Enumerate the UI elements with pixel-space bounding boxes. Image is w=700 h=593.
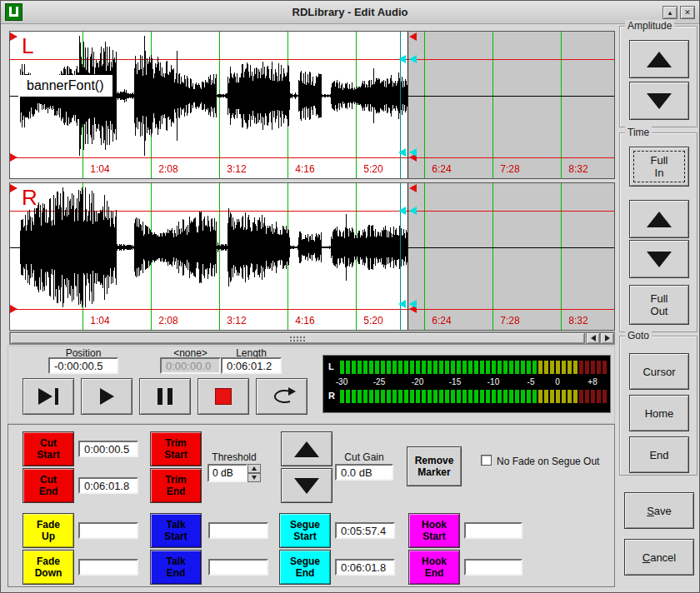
waveform-panel-right[interactable]: R 1:042:083:124:165:206:247:288:32 <box>9 182 615 331</box>
meter-segment <box>392 361 397 374</box>
time-label: 7:28 <box>492 163 528 175</box>
cut-gain-field[interactable] <box>335 464 393 481</box>
hook-end-button[interactable]: Hook End <box>408 550 460 585</box>
goto-cursor-button[interactable]: Cursor <box>629 353 689 390</box>
fade-down-button[interactable]: Fade Down <box>22 550 74 585</box>
cut-end-field[interactable] <box>78 477 138 494</box>
spin-up-icon <box>252 466 257 471</box>
cut-end-button[interactable]: Cut End <box>22 468 74 503</box>
meter-segment <box>340 390 344 403</box>
pause-button[interactable] <box>139 378 191 415</box>
time-row-right: 1:042:083:124:165:206:247:288:32 <box>10 311 614 330</box>
stop-button[interactable] <box>198 378 249 415</box>
segue-start-marker-top[interactable] <box>398 207 406 215</box>
close-button[interactable]: ✕ <box>680 6 695 19</box>
segue-start-marker-top[interactable] <box>398 55 406 63</box>
talk-end-field[interactable] <box>208 559 268 576</box>
waveform-panel-left[interactable]: L bannerFont() 1:042:083:124:165:206:247… <box>9 31 615 179</box>
meter-segment <box>392 390 397 403</box>
cut-end-marker-top[interactable] <box>409 32 417 41</box>
scrollbar-thumb[interactable] <box>10 332 585 344</box>
scroll-right-button[interactable] <box>600 332 614 344</box>
cut-start-marker-top[interactable] <box>10 184 18 192</box>
time-label: 4:16 <box>287 163 323 175</box>
remove-marker-button[interactable]: Remove Marker <box>407 446 462 486</box>
goto-end-button[interactable]: End <box>629 436 689 473</box>
titlebar[interactable]: RDLibrary - Edit Audio ▴ ✕ <box>1 1 699 24</box>
time-full-in-button[interactable]: Full In <box>629 147 689 187</box>
meter-segment <box>346 361 350 374</box>
play-icon <box>100 388 114 405</box>
meter-segment <box>521 361 525 374</box>
length-field <box>221 357 282 374</box>
play-from-start-button[interactable] <box>22 378 74 415</box>
meter-segment <box>602 361 607 374</box>
save-button[interactable]: Save <box>624 492 694 529</box>
threshold-spin-down-button[interactable] <box>248 473 261 482</box>
threshold-spin-up-button[interactable] <box>248 464 261 473</box>
trim-end-button[interactable]: Trim End <box>150 468 202 503</box>
hook-start-field[interactable] <box>464 522 522 539</box>
scroll-left-button[interactable] <box>586 332 600 344</box>
talk-start-field[interactable] <box>208 522 268 539</box>
fade-down-field[interactable] <box>78 559 138 576</box>
shade-button[interactable]: ▴ <box>662 6 678 19</box>
time-zoom-in-button[interactable] <box>629 200 689 238</box>
fade-up-field[interactable] <box>78 522 138 539</box>
hook-start-button[interactable]: Hook Start <box>408 513 460 548</box>
time-label: 1:04 <box>82 163 118 175</box>
segue-start-marker-bottom[interactable] <box>398 148 406 157</box>
goto-home-button[interactable]: Home <box>629 395 689 431</box>
trim-start-button[interactable]: Trim Start <box>150 431 202 466</box>
segue-start-marker-bottom[interactable] <box>398 300 406 308</box>
fade-up-button[interactable]: Fade Up <box>22 513 74 548</box>
meter-segment <box>515 390 519 403</box>
waveform-scrollbar[interactable] <box>9 331 615 345</box>
waveform-area: L bannerFont() 1:042:083:124:165:206:247… <box>9 31 615 331</box>
cut-end-line[interactable] <box>408 183 408 330</box>
play-from-start-icon <box>38 388 52 405</box>
meter-scale-label: -25 <box>368 377 391 386</box>
amplitude-up-button[interactable] <box>629 40 689 78</box>
meter-segment <box>369 390 373 403</box>
amplitude-down-button[interactable] <box>629 82 689 120</box>
cut-end-line[interactable] <box>408 32 408 178</box>
segue-end-marker-top[interactable] <box>409 55 417 63</box>
segue-end-button[interactable]: Segue End <box>279 550 331 585</box>
meter-segment <box>422 361 426 374</box>
cut-start-marker-top[interactable] <box>10 32 18 41</box>
segue-end-field[interactable] <box>335 559 395 576</box>
hook-end-field[interactable] <box>464 559 522 576</box>
play-button[interactable] <box>81 378 132 415</box>
no-fade-checkbox[interactable] <box>481 455 492 466</box>
gain-up-button[interactable] <box>281 431 332 466</box>
threshold-input[interactable] <box>208 464 248 482</box>
meter-segment <box>538 361 542 374</box>
talk-start-button[interactable]: Talk Start <box>150 513 202 548</box>
meter-segment <box>451 390 455 403</box>
talk-end-button[interactable]: Talk End <box>150 550 202 585</box>
segue-end-marker-bottom[interactable] <box>409 148 417 157</box>
meter-scale-label: -20 <box>406 377 429 386</box>
cut-end-marker-top[interactable] <box>409 184 417 192</box>
segue-end-marker-bottom[interactable] <box>409 300 417 308</box>
meter-segment <box>445 390 449 403</box>
time-full-out-button[interactable]: Full Out <box>629 285 689 325</box>
segue-start-button[interactable]: Segue Start <box>279 513 331 548</box>
gain-down-button[interactable] <box>281 468 332 503</box>
waveform-right-canvas[interactable] <box>10 183 614 311</box>
cut-start-button[interactable]: Cut Start <box>22 431 74 466</box>
loop-button[interactable] <box>256 378 308 415</box>
time-label: 3:12 <box>218 315 255 326</box>
segue-start-field[interactable] <box>335 522 395 539</box>
threshold-label: Threshold <box>207 451 262 463</box>
cut-start-field[interactable] <box>78 441 138 457</box>
time-group-label: Time <box>625 127 652 138</box>
meter-segment <box>474 361 478 374</box>
up-arrow-icon <box>647 52 672 67</box>
cancel-button[interactable]: Cancel <box>624 539 694 576</box>
transport-section: Position <none> Length <box>8 346 615 424</box>
time-zoom-out-button[interactable] <box>629 240 689 278</box>
channel-label-right: R <box>22 185 38 211</box>
segue-end-marker-top[interactable] <box>409 207 417 215</box>
